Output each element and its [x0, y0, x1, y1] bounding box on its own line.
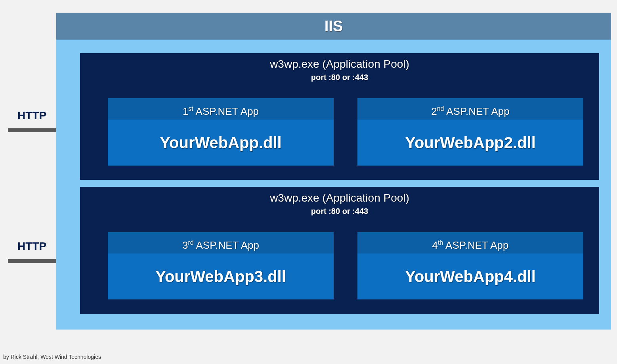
http-label-2: HTTP: [17, 240, 46, 253]
iis-title: IIS: [56, 13, 611, 40]
apps-row: 1st ASP.NET App YourWebApp.dll 2nd ASP.N…: [108, 98, 583, 166]
app-box-1: 1st ASP.NET App YourWebApp.dll: [108, 98, 334, 166]
http-label-1: HTTP: [17, 109, 46, 122]
app-label-rest: ASP.NET App: [443, 239, 508, 251]
app-box-2: 2nd ASP.NET App YourWebApp2.dll: [357, 98, 583, 166]
pool-port: port :80 or :443: [80, 207, 599, 216]
pool-title: w3wp.exe (Application Pool): [80, 58, 599, 71]
app-header: 3rd ASP.NET App: [108, 232, 334, 253]
app-pool-2: w3wp.exe (Application Pool) port :80 or …: [80, 187, 599, 314]
app-ordinal-num: 1: [183, 105, 188, 117]
pool-port: port :80 or :443: [80, 73, 599, 82]
apps-row: 3rd ASP.NET App YourWebApp3.dll 4th ASP.…: [108, 232, 583, 299]
app-dll: YourWebApp.dll: [108, 120, 334, 166]
app-ordinal-num: 3: [182, 239, 188, 251]
app-dll: YourWebApp2.dll: [357, 120, 583, 166]
app-ordinal-num: 4: [432, 239, 437, 251]
app-header: 4th ASP.NET App: [357, 232, 583, 253]
app-box-4: 4th ASP.NET App YourWebApp4.dll: [357, 232, 583, 299]
app-pool-1: w3wp.exe (Application Pool) port :80 or …: [80, 53, 599, 180]
app-ordinal-suf: th: [438, 239, 443, 246]
app-ordinal-suf: rd: [188, 239, 193, 246]
app-header: 2nd ASP.NET App: [357, 98, 583, 120]
app-ordinal-suf: st: [188, 105, 193, 112]
app-dll: YourWebApp4.dll: [357, 253, 583, 299]
app-dll: YourWebApp3.dll: [108, 253, 334, 299]
iis-container: IIS w3wp.exe (Application Pool) port :80…: [56, 13, 611, 330]
app-ordinal-num: 2: [431, 105, 437, 117]
credit-text: by Rick Strahl, West Wind Technologies: [3, 354, 101, 360]
pool-title: w3wp.exe (Application Pool): [80, 192, 599, 204]
app-label-rest: ASP.NET App: [444, 105, 509, 117]
app-label-rest: ASP.NET App: [193, 105, 259, 117]
app-label-rest: ASP.NET App: [194, 239, 259, 251]
app-box-3: 3rd ASP.NET App YourWebApp3.dll: [108, 232, 334, 299]
app-header: 1st ASP.NET App: [108, 98, 334, 120]
app-ordinal-suf: nd: [437, 105, 444, 112]
